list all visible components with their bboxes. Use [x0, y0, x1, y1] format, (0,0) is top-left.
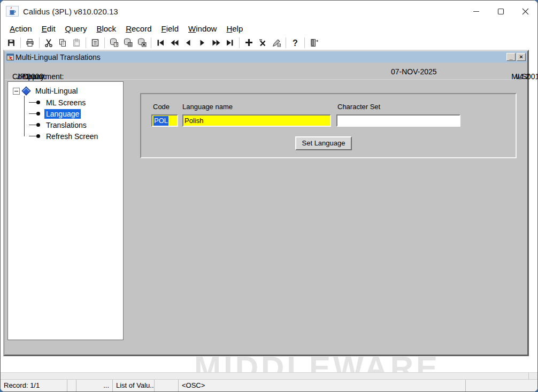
mdi-window-title: Multi-Lingual Translations — [16, 53, 505, 62]
next-record-button[interactable] — [195, 36, 209, 49]
paste-icon — [72, 38, 81, 48]
language-name-field[interactable]: Polish — [182, 114, 331, 127]
multi-lingual-window: Multi-Lingual Translations _ × Company: … — [3, 50, 529, 356]
menu-edit[interactable]: Edit — [37, 23, 60, 34]
os-titlebar[interactable]: Calidus (3PL) v810.020.13 — [1, 1, 537, 22]
toolbar-separator — [20, 37, 21, 48]
tree-item-language[interactable]: Language — [13, 108, 123, 119]
toolbar-separator — [104, 37, 105, 48]
menu-field[interactable]: Field — [157, 23, 184, 34]
menu-action[interactable]: Action — [5, 23, 37, 34]
help-button[interactable]: ? — [288, 36, 302, 49]
character-set-field[interactable] — [336, 114, 460, 127]
horizontal-scrollbar[interactable] — [1, 372, 537, 379]
minimize-button[interactable] — [464, 1, 488, 22]
save-button[interactable] — [4, 36, 18, 49]
delete-record-icon — [258, 38, 267, 47]
edit-button[interactable] — [88, 36, 102, 49]
previous-record-icon — [184, 39, 193, 47]
print-icon — [25, 38, 35, 48]
status-cell-ellipsis: ... — [76, 380, 113, 391]
toolbar-separator — [151, 37, 151, 48]
enter-query-button[interactable]: ? — [107, 36, 121, 49]
screen-id-version: MLS0010 v4.2 — [511, 67, 516, 76]
maximize-button[interactable] — [488, 1, 513, 22]
lock-record-button[interactable] — [270, 36, 283, 49]
toolbar-separator — [304, 37, 305, 48]
last-record-icon — [226, 39, 234, 47]
mdi-minimize-button[interactable]: _ — [506, 53, 516, 61]
status-cell-empty — [466, 380, 537, 391]
cut-button[interactable] — [42, 36, 56, 49]
tree-root-diamond-icon — [22, 87, 31, 96]
delete-record-button[interactable] — [256, 36, 270, 49]
svg-text:?: ? — [115, 42, 118, 47]
mdi-client-area: Multi-Lingual Translations _ × Company: … — [1, 50, 537, 379]
form-canvas: Company: JP1 Department: 0000 07-NOV-202… — [5, 63, 527, 355]
close-icon — [522, 8, 529, 15]
scrollbar-corner — [528, 373, 537, 379]
menu-help[interactable]: Help — [221, 23, 248, 34]
tree-item-ml-screens[interactable]: ML Screens — [13, 97, 123, 108]
last-record-button[interactable] — [223, 36, 237, 49]
record-indicator: Record: 1/1 — [1, 380, 67, 391]
status-cell-empty — [155, 380, 179, 391]
paste-button[interactable] — [70, 36, 83, 49]
current-date: 07-NOV-2025 — [391, 67, 437, 76]
insert-record-button[interactable] — [242, 36, 256, 49]
minimize-icon — [473, 8, 480, 15]
exit-icon — [309, 38, 319, 48]
tree-root-multi-lingual[interactable]: Multi-Lingual — [13, 85, 123, 97]
tree-item-refresh-screen[interactable]: Refresh Screen — [13, 130, 123, 142]
character-set-label: Character Set — [337, 103, 380, 111]
exit-button[interactable] — [307, 36, 321, 49]
previous-record-button[interactable] — [181, 36, 195, 49]
tree-item-translations[interactable]: Translations — [13, 119, 123, 130]
status-bar: Record: 1/1 ... List of Valu... <OSC> — [1, 379, 537, 391]
toolbar-separator — [86, 37, 86, 48]
language-name-label: Language name — [182, 103, 233, 111]
print-button[interactable] — [23, 36, 37, 49]
toolbar-separator — [239, 37, 240, 48]
insert-record-icon — [244, 38, 253, 47]
menu-window[interactable]: Window — [183, 23, 221, 34]
set-language-button[interactable]: Set Language — [295, 136, 352, 150]
navigation-tree-panel: Multi-Lingual ML Screens Language — [7, 81, 124, 340]
tree-bullet-icon — [36, 123, 40, 127]
cut-icon — [44, 38, 53, 48]
java-app-icon — [6, 6, 19, 17]
close-button[interactable] — [513, 1, 537, 22]
code-field-selected-text: POL — [153, 116, 168, 126]
cancel-query-icon — [137, 37, 147, 48]
copy-button[interactable] — [56, 36, 70, 49]
execute-query-icon — [123, 37, 133, 48]
menu-block[interactable]: Block — [91, 23, 121, 34]
menu-record[interactable]: Record — [121, 23, 156, 34]
code-label: Code — [153, 103, 170, 111]
edit-icon — [90, 38, 100, 48]
company-department-text: Company: JP1 Department: 0000 — [12, 67, 27, 76]
toolbar-separator — [286, 37, 286, 48]
osc-indicator: <OSC> — [179, 380, 466, 391]
window-title: Calidus (3PL) v810.020.13 — [23, 7, 118, 16]
execute-query-button[interactable] — [121, 36, 135, 49]
tree-collapse-icon[interactable] — [13, 88, 20, 95]
enter-query-icon: ? — [109, 37, 119, 48]
next-block-button[interactable] — [209, 36, 223, 49]
mdi-titlebar[interactable]: Multi-Lingual Translations _ × — [5, 51, 527, 63]
menu-bar: Action Edit Query Block Record Field Win… — [1, 22, 537, 35]
menu-query[interactable]: Query — [60, 23, 92, 34]
first-record-icon — [156, 39, 165, 47]
cancel-query-button[interactable] — [135, 36, 149, 49]
lock-record-icon — [272, 38, 281, 48]
first-record-button[interactable] — [153, 36, 167, 49]
mdi-close-button[interactable]: × — [517, 53, 526, 61]
previous-block-icon — [170, 39, 179, 47]
tree-bullet-icon — [36, 134, 40, 138]
code-field[interactable]: POL — [151, 114, 178, 127]
next-block-icon — [212, 39, 221, 47]
watermark-strip: MIDDLEWARE — [1, 356, 537, 373]
app-window: Calidus (3PL) v810.020.13 Action Edit Qu… — [0, 0, 538, 392]
mdi-window-icon — [6, 53, 14, 61]
previous-block-button[interactable] — [167, 36, 181, 49]
